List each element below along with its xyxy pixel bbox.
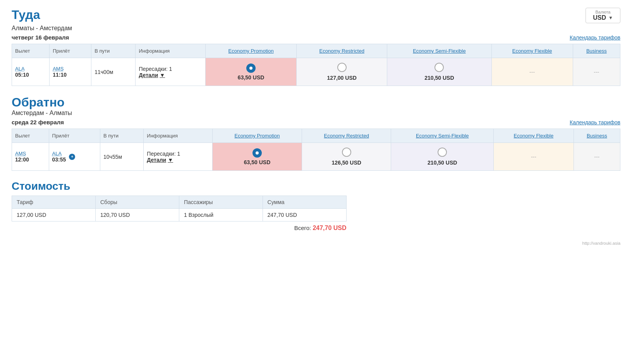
outbound-eco-restricted-radio[interactable] [337, 63, 347, 72]
outbound-dep-time: 05:10 [15, 72, 46, 78]
inbound-arr-code: ALA [52, 151, 66, 156]
inbound-eco-flex-price: --- [531, 154, 536, 160]
outbound-date: четверг 16 февраля [12, 34, 69, 41]
inbound-section: Обратно Амстердам - Алматы среда 22 февр… [12, 95, 620, 171]
outbound-calendar-link[interactable]: Календарь тарифов [570, 34, 620, 41]
th2-eco-flex[interactable]: Economy Flexible [494, 129, 574, 143]
inbound-route: Амстердам - Алматы [12, 110, 620, 117]
th2-eco-semiflex[interactable]: Economy Semi-Flexible [391, 129, 494, 143]
inbound-eco-promo-price: 63,50 USD [216, 159, 299, 165]
outbound-info-cell: Пересадки: 1 Детали ▼ [136, 58, 206, 86]
outbound-arr-code: AMS [53, 66, 88, 72]
cost-th-total: Сумма [263, 196, 346, 209]
outbound-eco-flex-cell: --- [491, 58, 573, 86]
cost-th-tariff: Тариф [12, 196, 96, 209]
outbound-business-cell: --- [573, 58, 620, 86]
th-eco-semiflex[interactable]: Economy Semi-Flexible [387, 44, 491, 58]
cost-data-row: 127,00 USD 120,70 USD 1 Взрослый 247,70 … [12, 209, 347, 221]
th-eco-restricted[interactable]: Economy Restricted [297, 44, 387, 58]
inbound-date-row: среда 22 февраля Календарь тарифов [12, 119, 620, 125]
outbound-business-price: --- [594, 69, 599, 75]
th2-arrival: Прилёт [49, 129, 100, 143]
outbound-eco-semiflex-price: 210,50 USD [390, 75, 488, 81]
inbound-eco-restricted-cell[interactable]: 126,50 USD [302, 143, 391, 171]
outbound-eco-promo-cell[interactable]: 63,50 USD [205, 58, 296, 86]
outbound-flight-row: ALA 05:10 AMS 11:10 11ч00м Пересадки: 1 … [12, 58, 620, 86]
outbound-dep-code: ALA [15, 66, 46, 72]
outbound-eco-semiflex-radio[interactable] [434, 63, 444, 72]
cost-header-row: Тариф Сборы Пассажиры Сумма [12, 196, 347, 209]
th-duration: В пути [91, 44, 136, 58]
outbound-flight-table: Вылет Прилёт В пути Информация Economy P… [12, 44, 620, 86]
th-business[interactable]: Business [573, 44, 620, 58]
outbound-stops: Пересадки: 1 [139, 66, 202, 72]
inbound-title: Обратно [12, 95, 620, 110]
inbound-dep-code: AMS [15, 151, 46, 156]
cost-fees-value: 120,70 USD [96, 209, 179, 221]
inbound-dep-time: 12:00 [15, 156, 46, 163]
inbound-details-link[interactable]: Детали ▼ [147, 157, 173, 163]
cost-tariff-value: 127,00 USD [12, 209, 96, 221]
outbound-route: Алматы - Амстердам [12, 25, 620, 32]
outbound-eco-promo-price: 63,50 USD [209, 74, 293, 81]
th-info: Информация [136, 44, 206, 58]
inbound-duration-cell: 10ч55м [100, 143, 144, 171]
th-departure: Вылет [12, 44, 50, 58]
outbound-header: Туда Валюта USD ▼ [12, 8, 620, 23]
chevron-down-details2-icon: ▼ [168, 157, 173, 163]
inbound-eco-semiflex-cell[interactable]: 210,50 USD [391, 143, 494, 171]
th2-eco-restricted[interactable]: Economy Restricted [302, 129, 391, 143]
inbound-departure-cell: AMS 12:00 [12, 143, 49, 171]
inbound-details-label: Детали [147, 157, 166, 163]
cost-section: Стоимость Тариф Сборы Пассажиры Сумма 12… [12, 180, 620, 232]
outbound-duration: 11ч00м [94, 69, 113, 75]
th-eco-promo[interactable]: Economy Promotion [205, 44, 296, 58]
inbound-table-header-row: Вылет Прилёт В пути Информация Economy P… [12, 129, 620, 143]
currency-selector[interactable]: Валюта USD ▼ [586, 8, 620, 23]
th2-eco-promo[interactable]: Economy Promotion [212, 129, 302, 143]
outbound-eco-flex-price: --- [529, 69, 535, 75]
inbound-flight-row: AMS 12:00 ALA 03:55 + 10ч55м [12, 143, 620, 171]
inbound-date: среда 22 февраля [12, 119, 64, 125]
cost-th-passengers: Пассажиры [179, 196, 263, 209]
inbound-eco-restricted-radio[interactable] [342, 148, 351, 157]
next-day-icon: + [69, 154, 75, 160]
th-arrival: Прилёт [50, 44, 91, 58]
outbound-eco-restricted-cell[interactable]: 127,00 USD [297, 58, 387, 86]
inbound-eco-restricted-price: 126,50 USD [305, 160, 388, 166]
inbound-eco-semiflex-price: 210,50 USD [394, 160, 490, 166]
outbound-eco-semiflex-cell[interactable]: 210,50 USD [387, 58, 491, 86]
outbound-details-label: Детали [139, 72, 158, 78]
inbound-calendar-link[interactable]: Календарь тарифов [570, 119, 620, 125]
inbound-arr-time: 03:55 [52, 156, 66, 163]
total-label: Всего: [294, 225, 311, 231]
inbound-business-cell: --- [574, 143, 620, 171]
total-amount: 247,70 USD [313, 225, 346, 231]
inbound-duration: 10ч55м [103, 154, 122, 160]
inbound-arrival-cell: ALA 03:55 + [49, 143, 100, 171]
th2-business[interactable]: Business [574, 129, 620, 143]
inbound-eco-promo-radio[interactable] [252, 148, 262, 158]
inbound-info-cell: Пересадки: 1 Детали ▼ [144, 143, 213, 171]
total-row: Всего: 247,70 USD [12, 225, 347, 232]
inbound-eco-semiflex-radio[interactable] [438, 148, 447, 157]
cost-table: Тариф Сборы Пассажиры Сумма 127,00 USD 1… [12, 196, 347, 221]
outbound-departure-cell: ALA 05:10 [12, 58, 50, 86]
inbound-eco-promo-cell[interactable]: 63,50 USD [212, 143, 302, 171]
th2-info: Информация [144, 129, 213, 143]
outbound-section: Туда Валюта USD ▼ Алматы - Амстердам чет… [12, 8, 620, 86]
footer-url: http://vandrouki.asia [12, 241, 620, 246]
outbound-eco-promo-radio[interactable] [246, 64, 256, 73]
outbound-date-row: четверг 16 февраля Календарь тарифов [12, 34, 620, 41]
outbound-title: Туда [12, 8, 40, 22]
outbound-details-link[interactable]: Детали ▼ [139, 72, 165, 78]
inbound-business-price: --- [594, 154, 599, 160]
cost-th-fees: Сборы [96, 196, 179, 209]
th-eco-flex[interactable]: Economy Flexible [491, 44, 573, 58]
chevron-down-details-icon: ▼ [160, 72, 165, 78]
cost-total-value: 247,70 USD [263, 209, 346, 221]
cost-title: Стоимость [12, 180, 620, 192]
inbound-flight-table: Вылет Прилёт В пути Информация Economy P… [12, 129, 620, 171]
inbound-stops: Пересадки: 1 [147, 151, 209, 157]
chevron-down-icon: ▼ [608, 15, 613, 21]
